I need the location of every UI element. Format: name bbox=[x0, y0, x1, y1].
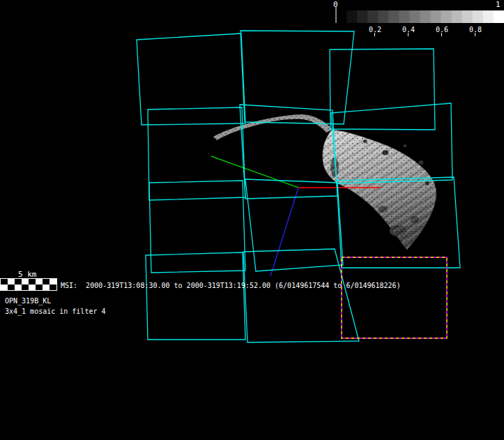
colorbar-step bbox=[420, 10, 432, 23]
colorbar-tick-mark bbox=[441, 33, 442, 36]
colorbar-tick-label: 0.2 bbox=[369, 26, 381, 33]
scale-bar-checkerboard bbox=[1, 279, 57, 291]
scale-bar-cell bbox=[8, 279, 15, 285]
colorbar-step bbox=[399, 10, 410, 23]
render-canvas: 0 1 0.20.40.60.8 5 km MSI: 2000-319T13:0… bbox=[0, 0, 504, 440]
scale-bar-cell bbox=[1, 285, 8, 290]
scale-bar-cell bbox=[29, 279, 36, 285]
colorbar-zero-tick bbox=[336, 7, 337, 23]
sequence-id: OPN_319B_KL bbox=[5, 297, 51, 305]
colorbar-step bbox=[388, 10, 399, 23]
scale-bar-cell bbox=[36, 279, 43, 285]
scale-bar-cell bbox=[22, 279, 29, 285]
scale-bar-cell bbox=[15, 285, 22, 290]
colorbar-tick-label: 0.8 bbox=[469, 26, 482, 33]
colorbar-tick-mark bbox=[408, 33, 408, 36]
colorbar-step bbox=[452, 10, 463, 23]
scale-bar-cell bbox=[36, 285, 43, 290]
colorbar-step bbox=[336, 10, 347, 23]
scale-bar-cell bbox=[49, 279, 56, 285]
scale-bar-cell bbox=[43, 285, 49, 290]
observation-time-range: MSI: 2000-319T13:08:30.00 to 2000-319T13… bbox=[61, 282, 401, 289]
colorbar-tick-mark bbox=[475, 33, 475, 36]
colorbar-gradient bbox=[336, 10, 504, 23]
colorbar-tick-mark bbox=[374, 33, 375, 36]
colorbar-step bbox=[431, 10, 442, 23]
scale-bar-cell bbox=[29, 285, 36, 290]
mosaic-description: 3x4_1 mosaic in filter 4 bbox=[5, 308, 106, 316]
scale-bar-cell bbox=[22, 285, 29, 290]
colorbar-step bbox=[441, 10, 452, 23]
colorbar-step bbox=[473, 10, 484, 23]
colorbar-step bbox=[494, 10, 504, 23]
mosaic-planner-viewport[interactable]: 0 1 0.20.40.60.8 5 km MSI: 2000-319T13:0… bbox=[0, 0, 504, 440]
scale-bar-cell bbox=[49, 285, 56, 290]
colorbar-step bbox=[483, 10, 494, 23]
colorbar-tick-label: 0.6 bbox=[436, 26, 448, 33]
colorbar-step bbox=[462, 10, 473, 23]
colorbar-step bbox=[367, 10, 379, 23]
colorbar-step bbox=[346, 10, 358, 23]
asteroid-crater bbox=[404, 144, 407, 147]
colorbar-step bbox=[357, 10, 368, 23]
scale-bar-cell bbox=[43, 279, 49, 285]
colorbar-step bbox=[378, 10, 389, 23]
colorbar-max-label: 1 bbox=[496, 0, 501, 9]
asteroid-crater bbox=[419, 160, 424, 165]
scale-bar-cell bbox=[8, 285, 15, 290]
colorbar-tick-label: 0.4 bbox=[402, 26, 415, 33]
colorbar-min-label: 0 bbox=[333, 0, 338, 9]
colorbar-step bbox=[409, 10, 420, 23]
scale-bar-cell bbox=[1, 279, 8, 285]
scale-bar-label: 5 km bbox=[18, 270, 37, 279]
scale-bar-cell bbox=[15, 279, 22, 285]
